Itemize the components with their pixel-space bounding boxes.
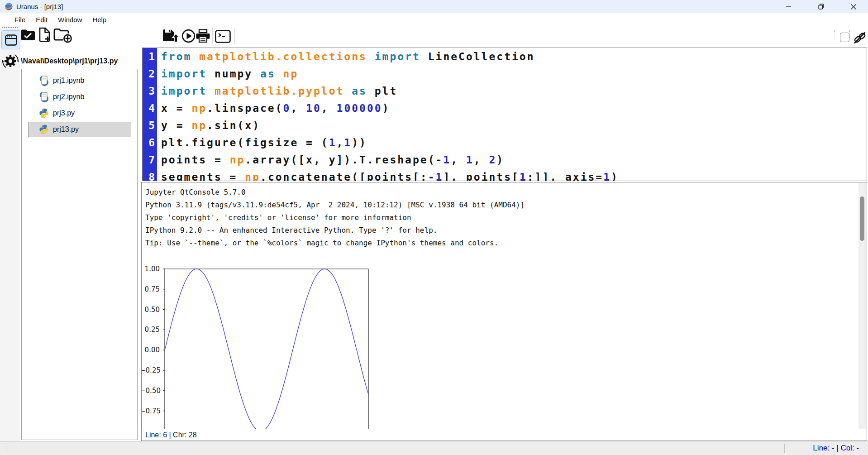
code-text: y = np.sin(x) bbox=[157, 120, 260, 131]
project-path: \Naval\Desktop\prj1\prj13.py bbox=[21, 57, 138, 65]
new-file-button[interactable] bbox=[38, 26, 52, 43]
y-tick-label: −0.25 bbox=[141, 366, 160, 374]
menu-item-file[interactable]: File bbox=[13, 15, 27, 24]
y-tick-label: 0.50 bbox=[141, 306, 160, 314]
menu-item-help[interactable]: Help bbox=[91, 15, 108, 24]
app-window: Uranus - [prj13] FileEditWindowHel bbox=[0, 0, 868, 455]
print-icon bbox=[196, 29, 210, 43]
code-line-2[interactable]: 2import numpy as np bbox=[143, 65, 867, 82]
code-text: segments = np.concatenate([points[:-1], … bbox=[157, 171, 619, 181]
file-plus-icon bbox=[38, 26, 52, 43]
unlink-icon bbox=[853, 31, 867, 45]
qtconsole-pane[interactable]: Jupyter QtConsole 5.7.0Python 3.11.9 (ta… bbox=[141, 182, 867, 429]
file-tree: prj1.ipynbprj2.ipynbprj3.pyprj13.py bbox=[21, 69, 138, 440]
status-separator bbox=[784, 444, 785, 453]
add-folder-button[interactable] bbox=[53, 27, 72, 43]
run-button[interactable] bbox=[181, 29, 196, 43]
file-name: prj13.py bbox=[53, 125, 79, 134]
save-button[interactable] bbox=[162, 28, 179, 43]
y-tick-label: −0.75 bbox=[141, 407, 160, 415]
code-text: plt.figure(figsize = (1,1)) bbox=[157, 137, 367, 148]
code-line-4[interactable]: 4x = np.linspace(0, 10, 100000) bbox=[143, 100, 867, 117]
code-line-8[interactable]: 8segments = np.concatenate([points[:-1],… bbox=[143, 168, 867, 181]
code-editor[interactable]: 1from matplotlib.collections import Line… bbox=[142, 48, 867, 181]
print-button[interactable] bbox=[196, 29, 210, 43]
line-number: 3 bbox=[143, 82, 157, 100]
menu-item-edit[interactable]: Edit bbox=[34, 15, 49, 24]
menu-separator bbox=[834, 30, 835, 38]
line-number: 7 bbox=[143, 151, 157, 168]
file-name: prj1.ipynb bbox=[53, 77, 84, 85]
open-project-button[interactable] bbox=[20, 28, 36, 42]
tree-item-prj2.ipynb[interactable]: prj2.ipynb bbox=[28, 89, 131, 105]
code-text: points = np.array([x, y]).T.reshape(-1, … bbox=[157, 154, 504, 166]
menu-separator bbox=[849, 30, 850, 38]
file-name: prj2.ipynb bbox=[53, 93, 84, 101]
console-output-line: IPython 9.2.0 -- An enhanced Interactive… bbox=[145, 224, 525, 237]
code-line-7[interactable]: 7points = np.array([x, y]).T.reshape(-1,… bbox=[143, 151, 867, 168]
console-output-line: Jupyter QtConsole 5.7.0 bbox=[145, 186, 525, 199]
code-text: x = np.linspace(0, 10, 100000) bbox=[157, 102, 390, 114]
cursor-position: Line: 6 | Chr: 28 bbox=[145, 431, 197, 439]
code-text: import numpy as np bbox=[157, 68, 298, 80]
editor-view-button[interactable] bbox=[1, 30, 20, 49]
menu-item-window[interactable]: Window bbox=[56, 15, 84, 24]
file-name: prj3.py bbox=[53, 109, 75, 117]
matplotlib-plot: 1.000.750.500.250.00−0.25−0.50−0.75 bbox=[150, 265, 376, 429]
line-number: 6 bbox=[143, 134, 157, 151]
python-file-icon bbox=[39, 108, 49, 118]
console-banner: Jupyter QtConsole 5.7.0Python 3.11.9 (ta… bbox=[145, 186, 525, 249]
line-number: 4 bbox=[143, 100, 157, 117]
console-scrollbar[interactable] bbox=[858, 183, 866, 429]
code-line-3[interactable]: 3import matplotlib.pyplot as plt bbox=[143, 82, 867, 100]
left-icon-strip bbox=[0, 26, 20, 441]
line-number: 5 bbox=[143, 117, 157, 134]
folder-plus-icon bbox=[53, 27, 72, 43]
save-icon bbox=[162, 28, 179, 43]
title-bar: Uranus - [prj13] bbox=[0, 0, 868, 13]
code-line-1[interactable]: 1from matplotlib.collections import Line… bbox=[143, 48, 867, 65]
plot-canvas bbox=[150, 265, 376, 429]
toolbar-separator bbox=[212, 28, 213, 43]
menu-bar: FileEditWindowHelp bbox=[0, 13, 868, 26]
minimize-button[interactable] bbox=[775, 0, 801, 13]
toolbar-separator bbox=[179, 28, 179, 43]
uranus-logo-icon bbox=[5, 2, 13, 11]
code-text: import matplotlib.pyplot as plt bbox=[157, 85, 397, 97]
python-file-icon bbox=[39, 125, 49, 134]
console-output-line: Python 3.11.9 (tags/v3.11.9:de54cf5, Apr… bbox=[145, 199, 525, 211]
y-tick-label: 0.75 bbox=[141, 285, 160, 293]
line-number: 1 bbox=[143, 48, 157, 65]
folder-check-icon bbox=[20, 28, 36, 42]
editor-option-checkbox[interactable] bbox=[840, 33, 849, 42]
unlink-button[interactable] bbox=[853, 31, 867, 45]
terminal-icon bbox=[215, 30, 231, 43]
y-tick-label: 1.00 bbox=[141, 265, 160, 273]
terminal-button[interactable] bbox=[215, 30, 231, 43]
line-number: 2 bbox=[143, 65, 157, 82]
ipynb-file-icon bbox=[39, 91, 49, 102]
toolbar-drag-handle[interactable] bbox=[2, 27, 18, 28]
editor-status-bar: Line: 6 | Chr: 28 bbox=[141, 429, 867, 441]
app-status-bar: Line: - | Col: - bbox=[0, 441, 868, 455]
line-number: 8 bbox=[143, 168, 157, 181]
gear-sync-icon bbox=[2, 52, 19, 71]
scrollbar-thumb[interactable] bbox=[860, 196, 864, 241]
console-output-line: Type 'copyright', 'credits' or 'license'… bbox=[145, 211, 525, 224]
toolbar-separator bbox=[234, 28, 235, 43]
code-text: from matplotlib.collections import LineC… bbox=[157, 51, 535, 62]
restore-button[interactable] bbox=[808, 0, 834, 13]
console-output-line: Tip: Use `--theme`, or the `%colors` mag… bbox=[145, 237, 525, 249]
tree-item-prj13.py[interactable]: prj13.py bbox=[28, 122, 131, 137]
close-button[interactable] bbox=[840, 0, 867, 13]
y-tick-label: −0.50 bbox=[141, 387, 160, 395]
y-tick-label: 0.00 bbox=[141, 346, 160, 354]
tree-item-prj1.ipynb[interactable]: prj1.ipynb bbox=[28, 73, 131, 88]
run-icon bbox=[181, 29, 196, 43]
code-line-6[interactable]: 6plt.figure(figsize = (1,1)) bbox=[143, 134, 867, 151]
tree-item-prj3.py[interactable]: prj3.py bbox=[28, 105, 131, 121]
y-tick-label: 0.25 bbox=[141, 326, 160, 334]
ipynb-file-icon bbox=[39, 75, 49, 86]
code-line-5[interactable]: 5y = np.sin(x) bbox=[143, 117, 867, 134]
settings-sync-button[interactable] bbox=[1, 51, 19, 72]
